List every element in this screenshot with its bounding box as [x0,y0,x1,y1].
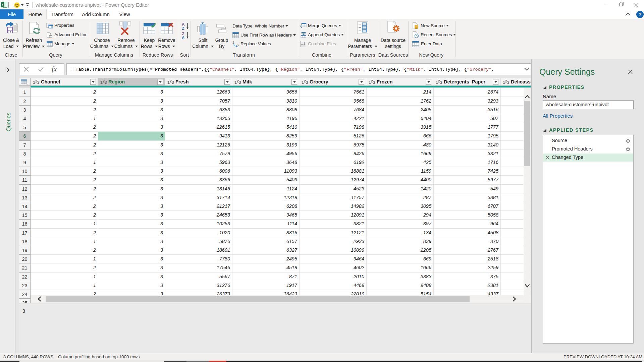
svg-text:2: 2 [237,44,239,48]
svg-text:Z: Z [182,26,184,31]
svg-text:X: X [1,3,4,7]
svg-text:A: A [182,36,185,40]
